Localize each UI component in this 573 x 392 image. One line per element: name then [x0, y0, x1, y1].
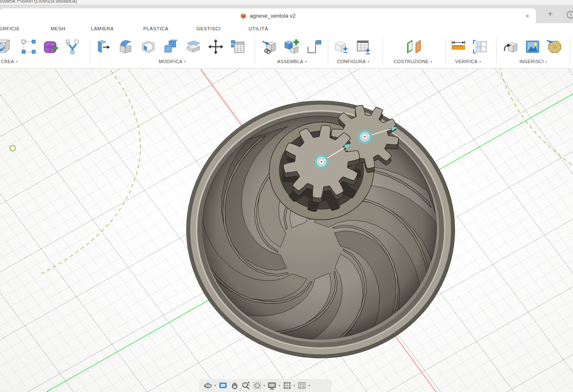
group-configura[interactable]: CONFIGURA ▾: [327, 58, 379, 65]
group-verifica[interactable]: VERIFICA ▾: [442, 58, 494, 65]
insert-link-icon: [261, 38, 278, 55]
orbit-icon: [203, 381, 212, 390]
offset-face-button[interactable]: [184, 37, 203, 57]
parameters-table-icon: [230, 38, 246, 55]
group-assembla-label: ASSEMBLA: [277, 59, 303, 64]
clock-icon: [566, 10, 573, 20]
new-component-button[interactable]: [282, 37, 301, 57]
combine-button[interactable]: [161, 37, 180, 57]
ribbon-toolbar: CREA ▾: [0, 35, 573, 69]
pipe-tool-button[interactable]: [63, 37, 82, 57]
chevron-down-icon: ▾: [546, 60, 547, 64]
look-at-icon: [219, 381, 228, 390]
insert-derive-button[interactable]: [260, 37, 279, 57]
configuration-table-icon: [355, 38, 372, 55]
viewports-caret[interactable]: ▾: [308, 384, 310, 387]
fan-model: [180, 101, 455, 375]
grid-settings-caret[interactable]: ▾: [294, 384, 295, 387]
close-icon: ×: [526, 12, 530, 19]
viewport-3d[interactable]: ▾: [0, 69, 573, 392]
display-settings-caret[interactable]: ▾: [278, 384, 280, 387]
chevron-down-icon: ▾: [184, 60, 186, 64]
ribbon-menu: ERFICIE MESH LAMIERA PLASTICA GESTISCI U…: [0, 23, 573, 35]
display-settings-icon: [268, 381, 276, 390]
parameters-button[interactable]: [229, 37, 247, 57]
chevron-down-icon: ▾: [16, 60, 18, 64]
look-at-tool[interactable]: [218, 380, 228, 391]
chevron-down-icon: ▾: [367, 60, 369, 64]
chevron-down-icon: ▾: [305, 60, 307, 64]
group-costruzione-label: COSTRUZIONE: [394, 59, 428, 64]
tab-lamiera[interactable]: LAMIERA: [91, 26, 114, 31]
sketch-circle-left: [41, 71, 140, 274]
pan-hand-icon: [230, 381, 239, 390]
window-title: todesk Fusion (Licenza didattica): [0, 0, 573, 4]
toolbar-separator: [496, 38, 497, 64]
hole-tool-button[interactable]: [0, 37, 13, 57]
history-button[interactable]: [566, 10, 573, 20]
group-configura-label: CONFIGURA: [337, 59, 366, 64]
viewports-tool[interactable]: [297, 380, 307, 391]
tab-gestisci[interactable]: GESTISCI: [196, 26, 221, 31]
section-analysis-button[interactable]: [471, 37, 490, 57]
tab-plastica[interactable]: PLASTICA: [143, 26, 169, 31]
insert-mesh-button[interactable]: [545, 37, 564, 57]
pattern-icon: [20, 38, 37, 55]
toolbar-separator: [383, 38, 383, 64]
group-modifica[interactable]: MODIFICA ▾: [94, 58, 251, 65]
insert-mesh-icon: [546, 38, 563, 55]
new-tab-button[interactable]: +: [545, 8, 555, 19]
group-inserisci-label: INSERISCI: [519, 59, 544, 64]
create-form-button[interactable]: [41, 37, 60, 57]
pan-tool[interactable]: [229, 380, 240, 391]
measure-button[interactable]: [449, 37, 468, 57]
document-tab[interactable]: agnese_ventola v2 ×: [0, 8, 536, 23]
group-costruzione[interactable]: COSTRUZIONE ▾: [383, 58, 442, 65]
shell-button[interactable]: [139, 37, 158, 57]
group-crea-label: CREA: [1, 59, 14, 64]
orbit-tool[interactable]: [203, 380, 213, 391]
pattern-tool-button[interactable]: [19, 37, 38, 57]
press-pull-icon: [94, 38, 111, 55]
move-button[interactable]: [206, 37, 225, 57]
fit-caret[interactable]: ▾: [264, 384, 265, 387]
fillet-button[interactable]: [116, 37, 135, 57]
close-tab-button[interactable]: ×: [523, 11, 532, 20]
measure-icon: [450, 38, 467, 55]
toolbar-separator: [570, 38, 570, 64]
derive-button[interactable]: [501, 37, 520, 57]
tab-mesh[interactable]: MESH: [51, 26, 65, 31]
group-crea[interactable]: CREA ▾: [1, 58, 30, 65]
group-assembla[interactable]: ASSEMBLA ▾: [260, 58, 324, 65]
construction-plane-button[interactable]: [402, 37, 426, 57]
configure-cube-icon: [333, 38, 350, 55]
zoom-icon: [241, 381, 250, 390]
canvas-image-icon: [524, 38, 541, 55]
fit-tool[interactable]: [252, 380, 262, 391]
group-inserisci[interactable]: INSERISCI ▾: [501, 58, 565, 65]
move-icon: [207, 38, 224, 55]
display-settings-tool[interactable]: [267, 380, 277, 391]
zoom-tool[interactable]: [241, 380, 251, 391]
fillet-icon: [117, 38, 134, 55]
press-pull-button[interactable]: [94, 37, 112, 57]
document-tab-inner: agnese_ventola v2: [0, 8, 536, 23]
shell-icon: [140, 38, 157, 55]
hole-icon: [0, 38, 12, 55]
window-titlebar: todesk Fusion (Licenza didattica): [0, 0, 573, 5]
toolbar-separator: [90, 38, 90, 64]
document-cube-icon: [240, 13, 246, 19]
chevron-down-icon: ▾: [479, 60, 481, 64]
joint-button[interactable]: [304, 37, 323, 57]
configure-button[interactable]: [332, 37, 351, 57]
offset-face-icon: [185, 38, 202, 55]
grid-settings-tool[interactable]: [282, 380, 292, 391]
configuration-table-button[interactable]: [354, 37, 372, 57]
tab-utilita[interactable]: UTILITÀ: [249, 26, 268, 31]
plus-icon: +: [548, 9, 553, 19]
tab-superficie[interactable]: ERFICIE: [0, 26, 20, 31]
new-component-icon: [283, 38, 300, 55]
canvas-button[interactable]: [523, 37, 542, 57]
grid-icon: [283, 381, 292, 390]
orbit-caret[interactable]: ▾: [214, 384, 216, 387]
